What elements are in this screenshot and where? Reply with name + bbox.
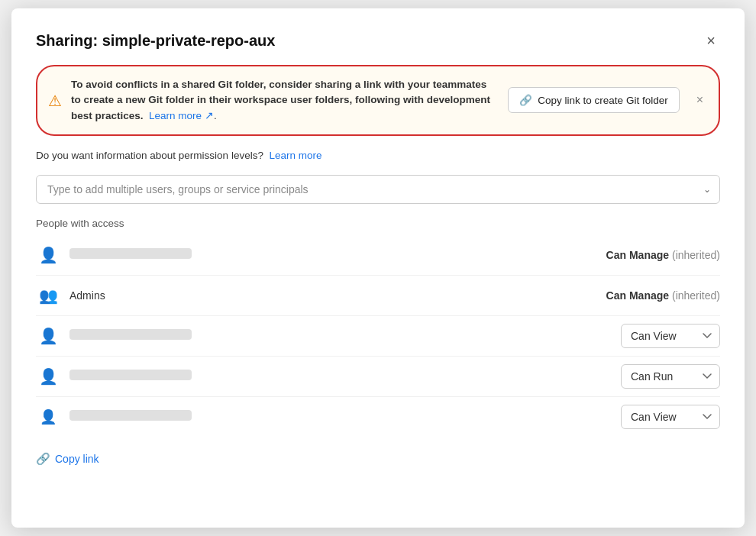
person-name bbox=[69, 248, 558, 261]
add-users-wrapper: ⌄ bbox=[36, 175, 720, 204]
person-name-blur bbox=[69, 248, 192, 259]
table-row: 👤 Can View Can Edit Can Run Can Manage bbox=[36, 397, 720, 437]
avatar: 👤 bbox=[36, 364, 60, 389]
add-users-input[interactable] bbox=[36, 175, 720, 204]
person-permission: Can Manage (inherited) bbox=[567, 289, 720, 302]
copy-git-icon: 🔗 bbox=[519, 94, 532, 106]
permission-dropdown[interactable]: Can View Can Edit Can Run Can Manage bbox=[621, 324, 720, 348]
warning-bold-text: To avoid conflicts in a shared Git folde… bbox=[71, 79, 490, 121]
table-row: 👤 Can Manage (inherited) bbox=[36, 235, 720, 276]
modal-title: Sharing: simple-private-repo-aux bbox=[36, 32, 275, 50]
close-button[interactable]: × bbox=[702, 30, 720, 51]
warning-learn-more-link[interactable]: Learn more ↗ bbox=[149, 110, 214, 121]
permission-learn-more-link[interactable]: Learn more bbox=[269, 150, 321, 161]
person-name-blur bbox=[69, 370, 192, 380]
copy-link-button[interactable]: 🔗 Copy link bbox=[36, 452, 99, 466]
person-name bbox=[69, 370, 612, 383]
avatar: 👤 bbox=[36, 405, 60, 429]
people-section-title: People with access bbox=[36, 218, 720, 229]
person-name: Admins bbox=[69, 289, 558, 302]
copy-git-folder-button[interactable]: 🔗 Copy link to create Git folder bbox=[508, 87, 679, 113]
table-row: 👤 Can View Can Edit Can Run Can Manage bbox=[36, 357, 720, 397]
avatar: 👤 bbox=[36, 243, 60, 267]
modal-header: Sharing: simple-private-repo-aux × bbox=[36, 30, 720, 51]
person-permission: Can Manage (inherited) bbox=[567, 249, 720, 261]
avatar: 👥 bbox=[36, 283, 60, 308]
table-row: 👥 Admins Can Manage (inherited) bbox=[36, 276, 720, 316]
warning-text: To avoid conflicts in a shared Git folde… bbox=[71, 77, 499, 124]
permission-dropdown[interactable]: Can View Can Edit Can Run Can Manage bbox=[621, 405, 720, 429]
sharing-modal: Sharing: simple-private-repo-aux × ⚠ To … bbox=[11, 8, 745, 528]
footer-copy-link: 🔗 Copy link bbox=[36, 452, 720, 466]
warning-banner: ⚠ To avoid conflicts in a shared Git fol… bbox=[36, 65, 720, 136]
permission-info-line: Do you want information about permission… bbox=[36, 150, 720, 161]
person-name-blur bbox=[69, 329, 192, 340]
permission-dropdown[interactable]: Can View Can Edit Can Run Can Manage bbox=[621, 364, 720, 389]
person-name-blur bbox=[69, 410, 192, 421]
person-name bbox=[69, 329, 612, 342]
avatar: 👤 bbox=[36, 324, 60, 348]
person-name bbox=[69, 410, 612, 423]
people-list: 👤 Can Manage (inherited) 👥 Admins Can Ma… bbox=[36, 235, 720, 437]
link-icon: 🔗 bbox=[36, 452, 50, 466]
warning-dismiss-button[interactable]: × bbox=[693, 93, 706, 107]
table-row: 👤 Can View Can Edit Can Run Can Manage bbox=[36, 316, 720, 357]
warning-icon: ⚠ bbox=[48, 92, 62, 110]
